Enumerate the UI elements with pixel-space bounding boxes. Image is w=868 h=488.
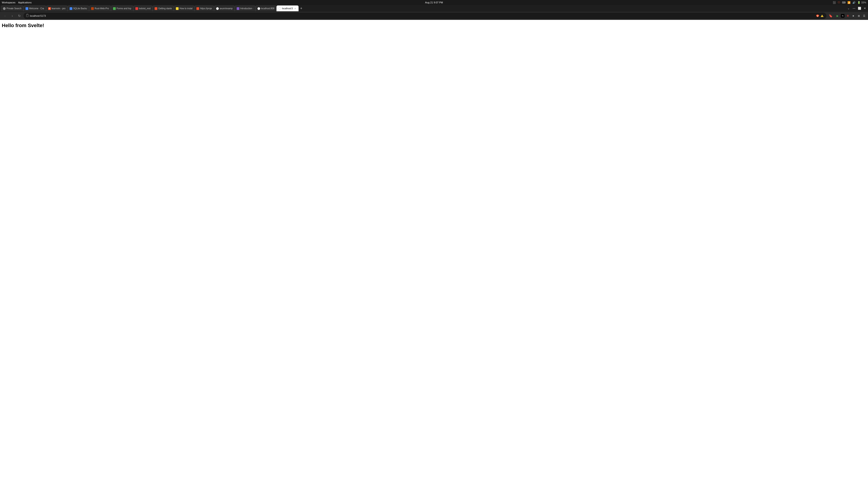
tab-label-localhost-808: localhost:808 — [261, 7, 274, 10]
address-bar[interactable]: localhost:5173 B ! — [24, 13, 827, 19]
tray-brave-icon: 🛡 — [838, 1, 840, 4]
window-close-button[interactable]: ✕ — [863, 6, 867, 11]
tab-label-localhost-5173: localhost:5 — [282, 7, 293, 10]
ext-star-icon[interactable]: ★ — [851, 14, 855, 18]
os-top-bar: Workspaces Applications Aug 21 9:07 PM ⬛… — [0, 0, 868, 5]
extension-icons: ▶ N R ★ ⊞ ☰ — [835, 14, 866, 18]
page-heading: Hello from Svelte! — [2, 23, 866, 29]
ext-notion-icon[interactable]: N — [841, 14, 844, 18]
tab-favicon-sqlite — [70, 7, 72, 10]
applications-label[interactable]: Applications — [18, 1, 31, 4]
warning-icon[interactable]: ! — [820, 14, 824, 18]
os-bar-left: Workspaces Applications — [2, 1, 32, 4]
tab-learnvim[interactable]: B learnvim - pro — [46, 5, 68, 11]
tab-axum[interactable]: axum/examp — [214, 5, 235, 11]
tab-favicon-welcome — [26, 7, 28, 10]
svg-text:B: B — [817, 15, 818, 17]
window-maximize-button[interactable]: ⬜ — [857, 6, 862, 11]
tab-controls: ⌄ — ⬜ ✕ — [846, 6, 867, 11]
tab-project[interactable]: https://proje — [194, 5, 214, 11]
tab-label-forms: Forms and Inp — [117, 7, 131, 10]
tab-getting-started[interactable]: Getting starte — [153, 5, 174, 11]
workspaces-label[interactable]: Workspaces — [2, 1, 16, 4]
tab-label-project: https://proje — [200, 7, 212, 10]
tray-network-icon: 📶 — [847, 1, 850, 4]
bookmark-button[interactable]: 🔖 — [827, 13, 834, 19]
os-tray: ⬛ 🛡 ⌨ 📶 🔊 🔋 33% — [833, 1, 866, 4]
back-button[interactable]: ‹ — [2, 13, 8, 19]
ext-grid-icon[interactable]: ⊞ — [857, 14, 861, 18]
address-text[interactable]: localhost:5173 — [30, 14, 814, 17]
window-minimize-button[interactable]: — — [852, 6, 856, 11]
tab-favicon-how-to-install — [176, 7, 179, 10]
tray-volume-icon: 🔊 — [852, 1, 856, 4]
tab-favicon-private-search — [3, 7, 6, 10]
tab-label-how-to-install: How to instal — [180, 7, 192, 10]
os-datetime: Aug 21 9:07 PM — [425, 1, 443, 4]
address-bar-icons: B ! — [816, 14, 824, 18]
tab-sqlite[interactable]: SQLite Backu — [68, 5, 89, 11]
tab-favicon-axum — [216, 7, 219, 10]
tab-label-rust-web: Rust-Web-Pro — [95, 7, 109, 10]
tab-todoist[interactable]: todoist_rest — [133, 5, 153, 11]
tab-label-learnvim: learnvim - pro — [52, 7, 66, 10]
tab-favicon-todoist — [135, 7, 138, 10]
tray-battery-icon: 🔋 33% — [857, 1, 866, 4]
tab-label-welcome: Welcome · Cra — [29, 7, 44, 10]
tab-list-dropdown[interactable]: ⌄ — [846, 6, 851, 11]
tab-favicon-localhost-808 — [257, 7, 260, 10]
tab-label-private-search: Private Search — [6, 7, 22, 10]
tab-rust-web[interactable]: Rust-Web-Pro — [89, 5, 111, 11]
tab-introduction[interactable]: Introduction · — [235, 5, 255, 11]
page-content: Hello from Svelte! — [0, 20, 868, 488]
svg-text:!: ! — [822, 15, 822, 17]
navigation-bar: ‹ › ↻ localhost:5173 B ! — [0, 12, 868, 20]
tab-favicon-project — [196, 7, 199, 10]
tray-keyboard-icon: ⌨ — [842, 1, 846, 4]
tab-localhost-5173[interactable]: localhost:5 ✕ — [276, 5, 299, 11]
brave-shield-icon[interactable]: B — [816, 14, 819, 18]
hamburger-menu-icon[interactable]: ☰ — [862, 14, 866, 18]
browser-chrome: Private Search Welcome · Cra B learnvim … — [0, 5, 868, 20]
tab-bar: Private Search Welcome · Cra B learnvim … — [0, 5, 868, 12]
tab-welcome[interactable]: Welcome · Cra — [24, 5, 46, 11]
tab-favicon-getting-started — [155, 7, 157, 10]
security-lock-icon — [26, 15, 29, 17]
tab-forms[interactable]: Forms and Inp — [111, 5, 133, 11]
tab-label-axum: axum/examp — [220, 7, 232, 10]
tab-favicon-forms — [113, 7, 116, 10]
tab-localhost-808[interactable]: localhost:808 — [255, 5, 276, 11]
tab-close-localhost-5173[interactable]: ✕ — [294, 7, 297, 10]
tab-label-todoist: todoist_rest — [139, 7, 151, 10]
new-tab-button[interactable]: + — [299, 6, 304, 11]
tab-label-introduction: Introduction · — [240, 7, 253, 10]
reload-button[interactable]: ↻ — [16, 13, 23, 19]
tab-favicon-learnvim: B — [48, 7, 51, 10]
ext-r-icon[interactable]: R — [846, 14, 850, 18]
tab-how-to-install[interactable]: How to instal — [174, 5, 194, 11]
tab-label-sqlite: SQLite Backu — [73, 7, 87, 10]
tab-favicon-rust-web — [91, 7, 94, 10]
tab-private-search[interactable]: Private Search — [1, 5, 24, 11]
ext-play-icon[interactable]: ▶ — [835, 14, 839, 18]
tab-label-getting-started: Getting starte — [158, 7, 172, 10]
tray-screen-icon: ⬛ — [833, 1, 836, 4]
forward-button[interactable]: › — [9, 13, 16, 19]
tab-favicon-introduction — [237, 7, 239, 10]
tab-favicon-localhost-5173 — [278, 7, 281, 10]
